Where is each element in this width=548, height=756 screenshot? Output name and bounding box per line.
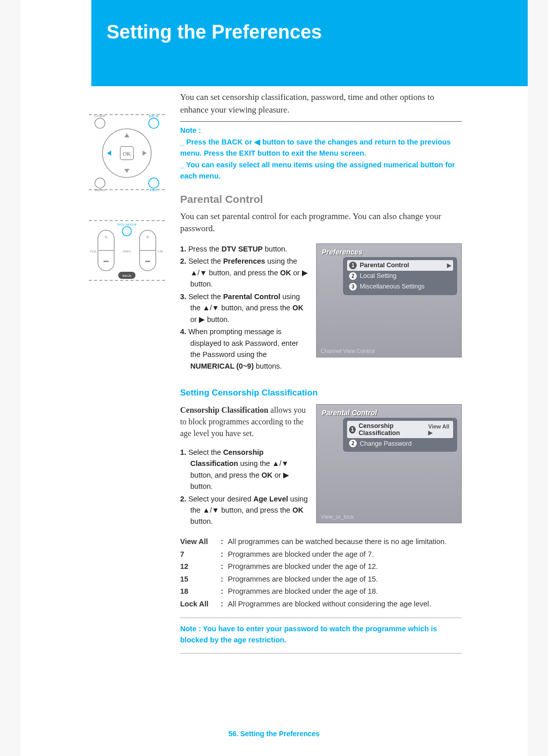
screenshot-footer: Channel View Control — [321, 348, 374, 354]
page-footer: 56. Setting the Preferences — [20, 730, 528, 738]
screenshot-sidebar-icons — [320, 420, 340, 514]
remote-ch-icon: + + DTV SETUP VOL CH INFO PAGE — [89, 221, 165, 282]
age-row-lock-all: Lock All:All Programmes are blocked with… — [180, 598, 462, 610]
sidebar-glyph-icon — [323, 259, 337, 272]
note-text: _ Press the — [180, 138, 221, 146]
vol-label: VOL — [90, 249, 97, 254]
remote-diagram-channel: + + DTV SETUP VOL CH INFO PAGE — [89, 220, 165, 281]
content-column: You can set censorship classification, p… — [180, 91, 462, 659]
back-label: BACK — [149, 115, 158, 118]
note-block: Note : _ Press the BACK or ◀ button to s… — [180, 125, 462, 182]
note-line-2: _ You can easily select all menu items u… — [180, 159, 462, 182]
svg-text:+: + — [146, 233, 150, 241]
parental-steps: 1. Press the DTV SETUP button. 2. Select… — [180, 243, 308, 372]
age-row-view-all: View All:All programmes can be watched b… — [180, 535, 462, 548]
dtv-setup-label: DTV SETUP — [117, 223, 136, 227]
intro-paragraph: You can set censorship classification, p… — [180, 91, 462, 116]
screenshot-panel: 1Censorship ClassificationView All ▶ 2Ch… — [343, 418, 457, 452]
divider — [180, 121, 462, 122]
sidebar-glyph-icon — [323, 320, 337, 333]
password-footnote: Note : You have to enter your password t… — [180, 623, 462, 646]
svg-point-1 — [149, 118, 159, 128]
sidebar-glyph-icon — [323, 440, 337, 453]
note-line-1: _ Press the BACK or ◀ button to save the… — [180, 136, 462, 159]
parental-control-screenshot: Parental Control 1Censorship Classificat… — [316, 404, 462, 523]
step-3: 3. Select the Parental Control using the… — [180, 291, 308, 325]
back-keyword: BACK — [221, 138, 243, 146]
sidebar-glyph-icon — [323, 501, 337, 514]
sidebar-glyph-icon — [323, 420, 337, 433]
sidebar-glyph-icon — [323, 279, 337, 293]
sidebar-glyph-icon — [323, 300, 337, 313]
page: Setting the Preferences OK GUIDE BACK ME… — [20, 0, 528, 756]
page-label: PAGE — [122, 274, 131, 278]
svg-point-2 — [95, 178, 105, 188]
screenshot-panel: 1Parental Control▶ 2Local Setting 3Misce… — [343, 257, 457, 295]
step-1: 1. Select the Censorship Classification … — [180, 447, 308, 492]
page-title: Setting the Preferences — [107, 21, 322, 43]
svg-marker-9 — [143, 151, 147, 156]
svg-point-0 — [95, 118, 105, 128]
parental-intro: You can set parental control for each pr… — [180, 210, 462, 235]
exit-keyword: EXIT — [239, 149, 255, 157]
sidebar-glyph-icon — [323, 460, 337, 474]
age-row-18: 18:Programmes are blocked under the age … — [180, 585, 462, 598]
exit-label: EXIT — [150, 188, 158, 191]
age-row-15: 15:Programmes are blocked under the age … — [180, 573, 462, 586]
step-1: 1. Press the DTV SETUP button. — [180, 243, 308, 255]
screenshot-sidebar-icons — [320, 259, 340, 353]
svg-point-3 — [149, 178, 159, 188]
menu-item-parental-control: 1Parental Control▶ — [347, 260, 453, 271]
parental-row: 1. Press the DTV SETUP button. 2. Select… — [180, 243, 462, 373]
ch-label: CH — [158, 249, 163, 254]
divider — [180, 618, 462, 618]
menu-item-change-password: 2Change Password — [347, 438, 453, 449]
section-heading-parental: Parental Control — [180, 193, 462, 205]
step-2: 2. Select your desired Age Level using t… — [180, 493, 308, 527]
censorship-row: Censorship Classification allows you to … — [180, 404, 462, 528]
step-2: 2. Select the Preferences using the ▲/▼ … — [180, 256, 308, 290]
guide-label: GUIDE — [94, 115, 106, 118]
info-label: INFO — [123, 249, 131, 254]
sidebar-glyph-icon — [323, 481, 337, 494]
header-band: Setting the Preferences — [91, 0, 528, 86]
svg-marker-8 — [107, 151, 111, 156]
note-text: button to exit the Menu screen. — [255, 149, 366, 157]
svg-marker-7 — [124, 169, 129, 173]
svg-text:+: + — [104, 233, 108, 241]
svg-point-14 — [122, 227, 131, 236]
step-4: 4. When prompting message is displayed t… — [180, 326, 308, 372]
menu-label: MENU — [95, 188, 106, 191]
age-row-7: 7:Programmes are blocked under the age o… — [180, 548, 462, 561]
remote-diagram-navigation: OK GUIDE BACK MENU EXIT — [89, 114, 165, 190]
menu-item-misc-settings: 3Miscellaneous Settings — [347, 281, 453, 292]
screenshot-title: Parental Control — [322, 409, 377, 417]
age-row-12: 12:Programmes are blocked under the age … — [180, 560, 462, 573]
age-level-table: View All:All programmes can be watched b… — [180, 535, 462, 610]
censorship-intro: Censorship Classification allows you to … — [180, 404, 308, 440]
divider — [180, 653, 462, 654]
censorship-steps: 1. Select the Censorship Classification … — [180, 447, 308, 527]
ok-label: OK — [123, 151, 131, 157]
svg-marker-6 — [124, 133, 129, 137]
remote-nav-icon: OK GUIDE BACK MENU EXIT — [89, 115, 165, 191]
subsection-heading-censorship: Setting Censorship Classification — [180, 388, 462, 398]
menu-item-local-setting: 2Local Setting — [347, 271, 453, 281]
svg-rect-19 — [145, 261, 150, 262]
screenshot-title: Preferences — [322, 248, 362, 256]
screenshot-footer: View_or_lock — [321, 514, 354, 520]
note-label: Note : — [180, 125, 462, 136]
menu-item-censorship-classification: 1Censorship ClassificationView All ▶ — [347, 421, 453, 438]
preferences-screenshot: Preferences 1Parental Control▶ 2Local Se… — [316, 243, 462, 357]
svg-rect-18 — [104, 261, 109, 262]
